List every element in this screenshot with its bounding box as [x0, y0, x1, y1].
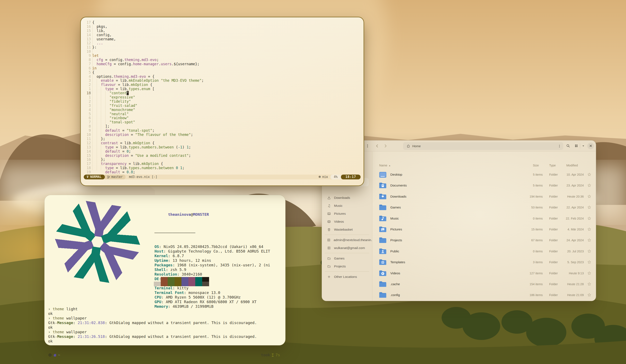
code-line[interactable]: 15 description = "Use a modified contras…: [83, 154, 361, 158]
code-line[interactable]: 3 enable = lib.mkEnableOption "the MD3-E…: [83, 79, 361, 83]
sidebar-item-wulkanat-gmail-com[interactable]: wulkanat@gmail.com: [324, 244, 370, 252]
close-window-button[interactable]: [587, 143, 594, 149]
code-line[interactable]: 6 "rainbow": [83, 116, 361, 120]
file-row-pictures[interactable]: Pictures15 itemsFolder4. Mär 2024: [372, 224, 596, 235]
code-line[interactable]: 5{: [83, 70, 361, 75]
code-line[interactable]: 1 type = lib.types.enum [: [83, 87, 361, 91]
star-icon[interactable]: [587, 183, 591, 188]
file-row-downloads[interactable]: Downloads194 itemsFolderHeute 20:36: [372, 191, 596, 202]
sidebar-item-downloads[interactable]: Downloads: [324, 194, 370, 202]
code-line[interactable]: 15 lib,: [83, 29, 361, 33]
file-name: Videos: [390, 271, 400, 275]
path-bar[interactable]: Home: [403, 142, 563, 150]
file-row-games[interactable]: Games53 itemsFolder22. Apr 2024: [372, 202, 596, 213]
folder-icon: [379, 225, 387, 234]
file-row--config[interactable]: .config186 itemsFolderHeute 21:09: [372, 290, 596, 301]
file-size: 67 items: [519, 238, 543, 242]
sidebar-menu-kebab-icon[interactable]: [364, 142, 371, 150]
code-line[interactable]: 9let: [83, 54, 361, 58]
star-icon[interactable]: [587, 195, 591, 199]
star-icon[interactable]: [587, 260, 591, 265]
back-button[interactable]: [373, 142, 381, 150]
nixos-logo: [52, 200, 143, 289]
file-name: Games: [390, 205, 401, 209]
sidebar-item-games[interactable]: Games: [324, 254, 370, 262]
code-line[interactable]: 13 username,: [83, 37, 361, 41]
line-number: 18: [83, 166, 91, 170]
fetch-info-line: Packages: 1968 (nix-system), 3435 (nix-u…: [155, 263, 270, 267]
code-line[interactable]: 19 default = 0.8;: [83, 170, 361, 174]
column-header-modified[interactable]: Modified: [566, 164, 578, 167]
line-number: 11: [83, 137, 91, 141]
code-line[interactable]: 6in: [83, 66, 361, 70]
trash-icon: [327, 228, 331, 232]
file-row-templates[interactable]: Templates3 itemsFolder5. Sep 2023: [372, 257, 596, 268]
sidebar-item-other-locations[interactable]: Other Locations: [324, 273, 370, 281]
file-size: 127 items: [519, 272, 543, 275]
star-icon[interactable]: [587, 293, 591, 298]
code-line[interactable]: 4 "monochrome": [83, 108, 361, 112]
sidebar-item-wastebasket[interactable]: Wastebasket: [324, 226, 370, 233]
file-row-videos[interactable]: Videos127 itemsFolderHeute 9:13: [372, 268, 596, 279]
column-header-type[interactable]: Type: [549, 164, 556, 167]
code-line[interactable]: 11}:: [83, 45, 361, 50]
code-line[interactable]: 7 homeCfg = config.home-manager.users.${…: [83, 62, 361, 66]
star-icon[interactable]: [587, 249, 591, 254]
code-line[interactable]: 10 description = "The flavour of the the…: [83, 133, 361, 137]
code-line[interactable]: 18 type = lib.types.numbers.between 0 1;: [83, 166, 361, 170]
code-line[interactable]: 5 "neutral": [83, 112, 361, 116]
code-line[interactable]: 17 transparency = lib.mkOption {: [83, 162, 361, 166]
code-line[interactable]: 14 config,: [83, 33, 361, 37]
column-header-size[interactable]: Size: [533, 164, 539, 167]
code-line[interactable]: 12 contrast = lib.mkOption {: [83, 141, 361, 145]
code-line[interactable]: 12 ...: [83, 41, 361, 45]
star-icon[interactable]: [587, 238, 591, 243]
code-line[interactable]: 2 flavour = lib.mkOption {: [83, 83, 361, 87]
sidebar-item-music[interactable]: ♫Music: [324, 202, 370, 210]
path-menu-kebab-icon[interactable]: [558, 144, 561, 148]
palette-swatch: [154, 282, 161, 286]
editor-code-area[interactable]: 17{16 pkgs,15 lib,14 config,13 username,…: [83, 21, 361, 174]
star-icon[interactable]: [587, 216, 591, 221]
file-row-desktop[interactable]: Desktop5 itemsFolder10. Apr 2024: [372, 169, 596, 180]
sidebar-item-videos[interactable]: Videos: [324, 218, 370, 226]
star-icon[interactable]: [587, 172, 591, 177]
view-options-chevron-icon[interactable]: [581, 142, 586, 150]
code-line[interactable]: 1 "expressive": [83, 95, 361, 99]
column-header-name[interactable]: Name▲: [379, 164, 391, 167]
file-row-projects[interactable]: Projects67 itemsFolder24. Apr 2024: [372, 235, 596, 246]
file-row--cache[interactable]: .cache154 itemsFolderHeute 21:28: [372, 279, 596, 290]
sidebar-item-projects[interactable]: Projects: [324, 262, 370, 270]
code-editor-window[interactable]: 17{16 pkgs,15 lib,14 config,13 username,…: [80, 17, 364, 186]
sidebar-item-admin-nextcloud-theanin-[interactable]: admin@nextcloud.theanin...: [324, 236, 370, 244]
code-line[interactable]: 18 "content": [83, 91, 361, 95]
star-icon[interactable]: [587, 282, 591, 287]
star-icon[interactable]: [587, 205, 591, 210]
search-icon[interactable]: [564, 142, 572, 150]
code-line[interactable]: 8 cfg = config.theming.md3-evo;: [83, 58, 361, 62]
sidebar-item-pictures[interactable]: Pictures: [324, 210, 370, 218]
code-line[interactable]: 9 default = "tonal-spot";: [83, 129, 361, 133]
code-line[interactable]: 11 };: [83, 137, 361, 141]
view-grid-icon[interactable]: [573, 142, 579, 150]
code-line[interactable]: 7 "tonal-spot": [83, 120, 361, 124]
code-line[interactable]: 2 "fidelity": [83, 99, 361, 104]
file-row-music[interactable]: Music0 itemsFolder22. Feb 2024: [372, 213, 596, 224]
forward-button[interactable]: [382, 142, 389, 150]
code-line[interactable]: 3 "fruit-salad": [83, 104, 361, 108]
code-line[interactable]: 8 ];: [83, 124, 361, 129]
code-line[interactable]: 17{: [83, 21, 361, 25]
star-icon[interactable]: [587, 271, 591, 276]
file-row-documents[interactable]: Documents5 itemsFolder23. Apr 2024: [372, 180, 596, 191]
terminal-window[interactable]: theaninova@MONSTER ────────────────── OS…: [44, 195, 285, 345]
code-line[interactable]: 10: [83, 50, 361, 54]
file-row-public[interactable]: Public0 itemsFolder20. Jul 2023: [372, 246, 596, 257]
code-line[interactable]: 16 };: [83, 158, 361, 162]
code-line[interactable]: 13 type = lib.types.numbers.between (-1)…: [83, 145, 361, 149]
file-modified: 24. Apr 2024: [554, 238, 584, 242]
code-line[interactable]: 16 pkgs,: [83, 25, 361, 29]
file-size: 194 items: [519, 195, 543, 198]
star-icon[interactable]: [587, 227, 591, 232]
code-line[interactable]: 4 options.theming.md3-evo = {: [83, 75, 361, 79]
code-line[interactable]: 14 default = 0;: [83, 149, 361, 154]
